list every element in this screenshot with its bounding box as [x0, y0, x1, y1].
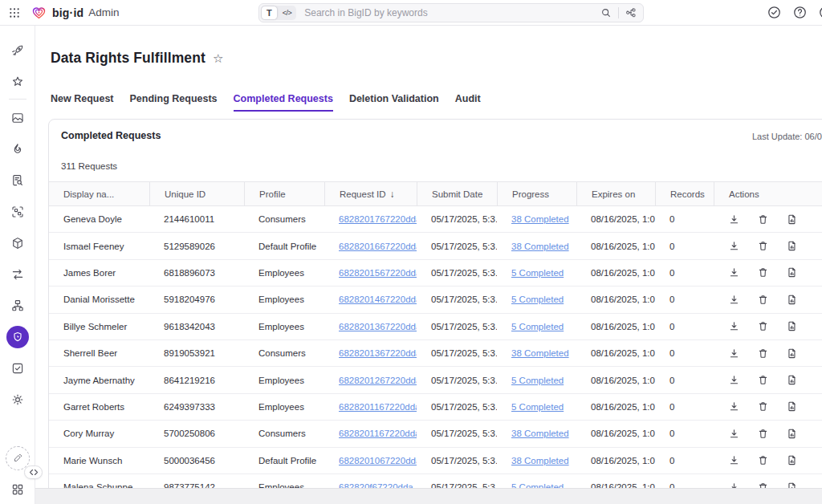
table-row[interactable]: Jayme Abernathy 8641219216 Employees 682…	[49, 367, 822, 393]
download-icon[interactable]	[728, 240, 740, 252]
download-icon[interactable]	[728, 213, 740, 226]
delete-icon[interactable]	[757, 454, 769, 466]
waffle-menu-icon[interactable]	[8, 6, 21, 19]
table-row[interactable]: Cory Murray 5700250806 Consumers 6828201…	[49, 421, 822, 447]
sidebar-item-overview[interactable]	[0, 102, 35, 133]
download-icon[interactable]	[728, 454, 740, 466]
table-row[interactable]: Sherrell Beer 8919053921 Consumers 68282…	[49, 340, 822, 367]
help-icon[interactable]	[792, 5, 808, 20]
sidebar-item-favorites[interactable]	[0, 66, 35, 97]
request-id-link[interactable]: 6828201167220dda...	[339, 429, 417, 438]
tab-pending-requests[interactable]: Pending Requests	[130, 93, 218, 112]
report-icon[interactable]	[786, 454, 798, 466]
request-id-link[interactable]: 6828201367220dda...	[339, 322, 417, 331]
column-expires-on[interactable]: Expires on	[576, 182, 655, 205]
report-icon[interactable]	[786, 294, 798, 306]
search-input[interactable]	[298, 7, 594, 18]
progress-link[interactable]: 5 Completed	[511, 402, 564, 412]
sidebar-item-tasks[interactable]	[0, 352, 35, 384]
request-id-link[interactable]: 6828201267220dda...	[339, 376, 417, 385]
delete-icon[interactable]	[757, 400, 769, 413]
sidebar-item-data-sources[interactable]	[0, 227, 35, 258]
search-icon[interactable]	[600, 7, 612, 18]
request-id-link[interactable]: 6828201067220dda...	[339, 456, 417, 465]
column-request-id[interactable]: Request ID ↓	[324, 182, 417, 205]
tab-deletion-validation[interactable]: Deletion Validation	[349, 93, 439, 112]
delete-icon[interactable]	[757, 374, 769, 386]
report-icon[interactable]	[786, 213, 798, 226]
sidebar-item-settings[interactable]	[0, 384, 35, 415]
request-id-link[interactable]: 6828201667220dda...	[339, 242, 417, 251]
table-row[interactable]: Marie Wunsch 5000036456 Default Profile …	[49, 448, 822, 474]
download-icon[interactable]	[728, 294, 740, 306]
sidebar-item-transfers[interactable]	[0, 258, 35, 290]
column-progress[interactable]: Progress	[497, 182, 576, 205]
table-row[interactable]: Danial Morissette 5918204976 Employees 6…	[49, 287, 822, 313]
progress-link[interactable]: 38 Completed	[511, 242, 569, 251]
sidebar-item-classification[interactable]	[0, 196, 35, 227]
request-id-link[interactable]: 6828201567220dda...	[339, 268, 417, 278]
column-profile[interactable]: Profile	[244, 182, 324, 205]
delete-icon[interactable]	[757, 213, 769, 226]
download-icon[interactable]	[728, 428, 740, 440]
sidebar-item-hotspots[interactable]	[0, 133, 35, 165]
saved-queries-icon[interactable]	[625, 7, 637, 18]
favorite-star-icon[interactable]: ☆	[213, 51, 223, 66]
download-icon[interactable]	[728, 320, 740, 332]
column-records[interactable]: Records	[655, 182, 714, 205]
tasks-check-icon[interactable]	[767, 5, 782, 20]
report-icon[interactable]	[786, 400, 798, 413]
report-icon[interactable]	[786, 240, 798, 252]
delete-icon[interactable]	[757, 348, 769, 360]
progress-link[interactable]: 38 Completed	[511, 214, 569, 224]
sidebar-item-catalog[interactable]	[0, 165, 35, 196]
delete-icon[interactable]	[757, 320, 769, 332]
tab-audit[interactable]: Audit	[455, 93, 481, 112]
request-id-link[interactable]: 6828201167220dda...	[339, 402, 417, 412]
sidebar-item-data-rights-active[interactable]	[0, 321, 35, 352]
tab-completed-requests[interactable]: Completed Requests	[234, 93, 333, 112]
progress-link[interactable]: 5 Completed	[511, 322, 564, 331]
delete-icon[interactable]	[757, 266, 769, 278]
table-row[interactable]: Geneva Doyle 2144610011 Consumers 682820…	[49, 206, 822, 233]
delete-icon[interactable]	[757, 428, 769, 440]
request-id-link[interactable]: 6828201767220dda...	[339, 214, 417, 224]
column-unique-id[interactable]: Unique ID	[149, 182, 244, 205]
report-icon[interactable]	[786, 428, 798, 440]
download-icon[interactable]	[728, 400, 740, 413]
progress-link[interactable]: 38 Completed	[511, 429, 569, 438]
search-text-mode-button[interactable]: T	[261, 6, 278, 20]
download-icon[interactable]	[728, 266, 740, 278]
delete-icon[interactable]	[757, 240, 769, 252]
global-search-bar[interactable]: T </>	[258, 3, 644, 22]
request-id-link[interactable]: 6828201367220dda...	[339, 348, 417, 358]
sidebar-item-rocket[interactable]	[0, 35, 35, 66]
table-row[interactable]: Billye Schmeler 9618342043 Employees 682…	[49, 314, 822, 340]
tab-new-request[interactable]: New Request	[51, 93, 114, 112]
column-display-name[interactable]: Display na...	[49, 182, 149, 205]
sidebar-collapse-toggle[interactable]	[24, 465, 43, 479]
download-icon[interactable]	[728, 348, 740, 360]
profile-icon[interactable]	[818, 5, 822, 20]
bigid-logo[interactable]: big·id Admin	[31, 4, 120, 21]
delete-icon[interactable]	[757, 294, 769, 306]
sidebar-item-hierarchy[interactable]	[0, 290, 35, 321]
sort-descending-icon[interactable]: ↓	[390, 189, 395, 200]
progress-link[interactable]: 38 Completed	[511, 456, 569, 465]
download-icon[interactable]	[728, 374, 740, 386]
progress-link[interactable]: 5 Completed	[511, 376, 564, 385]
report-icon[interactable]	[786, 374, 798, 386]
column-submit-date[interactable]: Submit Date	[417, 182, 497, 205]
progress-link[interactable]: 5 Completed	[511, 295, 564, 304]
table-row[interactable]: James Borer 6818896073 Employees 6828201…	[49, 260, 822, 287]
progress-link[interactable]: 38 Completed	[511, 348, 569, 358]
report-icon[interactable]	[786, 266, 798, 278]
table-row[interactable]: Ismael Feeney 5129589026 Default Profile…	[49, 233, 822, 259]
progress-link[interactable]: 5 Completed	[511, 268, 564, 278]
sidebar-apps-button[interactable]	[10, 482, 25, 497]
report-icon[interactable]	[786, 320, 798, 332]
table-row[interactable]: Garret Roberts 6249397333 Employees 6828…	[49, 394, 822, 421]
search-query-mode-button[interactable]: </>	[278, 6, 297, 20]
request-id-link[interactable]: 6828201467220dda...	[339, 295, 417, 304]
report-icon[interactable]	[786, 348, 798, 360]
